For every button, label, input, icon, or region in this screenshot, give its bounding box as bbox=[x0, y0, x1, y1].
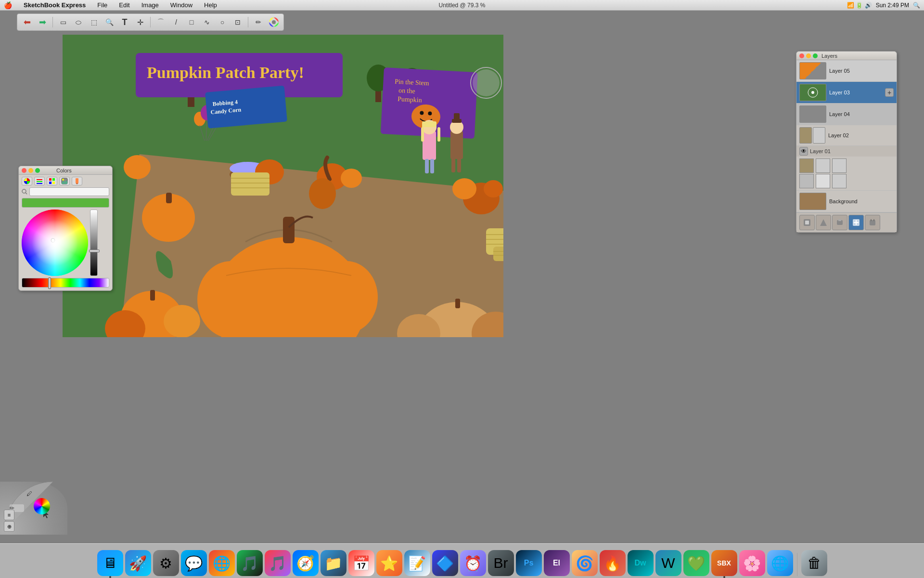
select-lasso-button[interactable]: ⬭ bbox=[72, 15, 85, 29]
wave-tool-button[interactable]: ∿ bbox=[200, 15, 214, 29]
redo-button[interactable]: ➡ bbox=[36, 15, 49, 29]
drawing-canvas[interactable]: Pumpkin Patch Party! Bobbing 4 Candy Cor… bbox=[63, 35, 503, 337]
layer-tool-1[interactable] bbox=[799, 215, 815, 230]
canvas-wrapper[interactable]: Pumpkin Patch Party! Bobbing 4 Candy Cor… bbox=[63, 35, 503, 337]
colors-minimize-button[interactable] bbox=[28, 168, 33, 173]
dock-icon-sketchbook[interactable]: SBX bbox=[711, 550, 737, 576]
select-rect-button[interactable]: ▭ bbox=[56, 15, 70, 29]
layers-minimize-button[interactable] bbox=[806, 53, 811, 58]
layer-tool-2[interactable] bbox=[816, 215, 831, 230]
radial-tool-1[interactable]: ≡ bbox=[4, 510, 14, 520]
layer-item-05[interactable]: Layer 05 bbox=[796, 60, 897, 82]
dock-icon-photoshop[interactable]: Ps bbox=[516, 550, 542, 576]
layer-background[interactable]: Background bbox=[796, 191, 897, 212]
dock-icon-safari[interactable]: 🧭 bbox=[293, 550, 319, 576]
radial-color-wheel[interactable] bbox=[34, 498, 50, 514]
layer-visibility-toggle[interactable]: 👁 bbox=[799, 147, 808, 156]
edit-menu-item[interactable]: Edit bbox=[117, 1, 131, 9]
system-icons: 📶 🔋 🔊 bbox=[847, 2, 872, 9]
brush-preset-5[interactable] bbox=[816, 174, 830, 188]
stamp-tool-button[interactable]: ⊡ bbox=[231, 15, 244, 29]
dock-icon-timemachine[interactable]: ⏰ bbox=[460, 550, 486, 576]
brush-preset-1[interactable] bbox=[799, 158, 814, 173]
color-hex-display[interactable] bbox=[22, 198, 109, 208]
layer-tool-3[interactable] bbox=[832, 215, 847, 230]
file-menu-item[interactable]: File bbox=[95, 1, 109, 9]
spectrum-handle[interactable] bbox=[48, 277, 51, 289]
dock-icon-launchpad[interactable]: 🚀 bbox=[125, 550, 151, 576]
svg-point-103 bbox=[51, 238, 55, 242]
dock-icon-dw[interactable]: Dw bbox=[628, 550, 654, 576]
layer-item-04[interactable]: Layer 04 bbox=[796, 104, 897, 125]
brush-preset-3[interactable] bbox=[832, 158, 847, 173]
color-wheel[interactable] bbox=[22, 210, 88, 276]
undo-button[interactable]: ⬅ bbox=[20, 15, 34, 29]
color-crayons-tab[interactable] bbox=[72, 177, 82, 185]
apple-menu[interactable]: 🍎 bbox=[4, 1, 12, 9]
dock-icon-chrome[interactable]: 🌐 bbox=[209, 550, 235, 576]
dock-icon-unknown5[interactable]: 🌸 bbox=[739, 550, 765, 576]
dock-icon-trash[interactable]: 🗑 bbox=[801, 550, 827, 576]
radial-pen[interactable]: 🖊 bbox=[26, 490, 32, 497]
pen-tool-button[interactable]: ⌒ bbox=[154, 15, 167, 29]
brush-preset-2[interactable] bbox=[816, 158, 830, 173]
dock-icon-photoshopel[interactable]: El bbox=[544, 550, 570, 576]
colors-zoom-button[interactable] bbox=[35, 168, 40, 173]
radial-menu[interactable]: ✏ 🖊 ≡ ⊕ bbox=[0, 477, 72, 535]
window-menu-item[interactable]: Window bbox=[168, 1, 194, 9]
brush-tool-button[interactable]: ✏ bbox=[252, 15, 265, 29]
dock-icon-unknown4[interactable]: 💚 bbox=[683, 550, 709, 576]
rect-tool-button[interactable]: □ bbox=[185, 15, 198, 29]
color-sliders-tab[interactable] bbox=[34, 177, 45, 185]
layers-close-button[interactable] bbox=[799, 53, 804, 58]
dock-icon-spotify[interactable]: 🎵 bbox=[237, 550, 263, 576]
layer-item-01[interactable] bbox=[796, 157, 897, 191]
layer-item-03[interactable]: Layer 03 + bbox=[796, 82, 897, 104]
color-wheel-button[interactable] bbox=[267, 15, 281, 29]
help-menu-item[interactable]: Help bbox=[202, 1, 219, 9]
text-button[interactable]: T bbox=[118, 15, 131, 29]
radial-tool-2[interactable]: ⊕ bbox=[4, 521, 14, 532]
brightness-slider[interactable] bbox=[90, 210, 98, 276]
dock-icon-skype[interactable]: 💬 bbox=[181, 550, 207, 576]
move-button[interactable]: ✛ bbox=[133, 15, 147, 29]
layer-tool-4[interactable] bbox=[865, 215, 880, 230]
dock-icon-network[interactable]: 🌐 bbox=[767, 550, 793, 576]
brightness-handle[interactable] bbox=[89, 250, 100, 252]
dock-icon-finder2[interactable]: 📁 bbox=[321, 550, 346, 576]
layer-item-02[interactable]: Layer 02 bbox=[796, 125, 897, 146]
color-palette-tab[interactable] bbox=[47, 177, 57, 185]
color-wheel-area[interactable] bbox=[22, 210, 109, 276]
image-menu-item[interactable]: Image bbox=[140, 1, 161, 9]
app-menu-item[interactable]: SketchBook Express bbox=[22, 1, 88, 9]
layer-visibility-row[interactable]: 👁 Layer 01 bbox=[796, 146, 897, 157]
dock-icon-finder[interactable]: 🖥 bbox=[97, 550, 123, 576]
zoom-button[interactable]: 🔍 bbox=[103, 15, 116, 29]
transform-button[interactable]: ⬚ bbox=[87, 15, 101, 29]
dock-icon-unknown[interactable]: 🔷 bbox=[432, 550, 458, 576]
dock-icon-word[interactable]: 📝 bbox=[404, 550, 430, 576]
line-tool-button[interactable]: / bbox=[169, 15, 183, 29]
dock-icon-star[interactable]: ⭐ bbox=[376, 550, 402, 576]
color-wheel-tab[interactable] bbox=[22, 177, 32, 185]
dock-icon-sysprefs[interactable]: ⚙ bbox=[153, 550, 179, 576]
color-search-bar[interactable] bbox=[22, 187, 109, 196]
dock-icon-calendar[interactable]: 📅 bbox=[348, 550, 374, 576]
circle-tool-button[interactable]: ○ bbox=[216, 15, 229, 29]
brush-preset-6[interactable] bbox=[832, 174, 847, 188]
svg-point-100 bbox=[22, 189, 26, 193]
dock-icon-unknown3[interactable]: 🔥 bbox=[600, 550, 626, 576]
layer-tool-active[interactable] bbox=[848, 215, 864, 230]
dock-icon-itunes[interactable]: 🎵 bbox=[265, 550, 291, 576]
brush-preset-4[interactable] bbox=[799, 174, 814, 188]
layers-zoom-button[interactable] bbox=[813, 53, 818, 58]
dock-icon-word2[interactable]: W bbox=[655, 550, 681, 576]
dock-icon-unknown2[interactable]: 🌀 bbox=[572, 550, 598, 576]
colors-close-button[interactable] bbox=[22, 168, 26, 173]
color-spectrum-bar[interactable] bbox=[22, 278, 109, 288]
add-layer-button[interactable]: + bbox=[885, 88, 894, 97]
color-image-tab[interactable] bbox=[59, 177, 70, 185]
dock-icon-bridge[interactable]: Br bbox=[488, 550, 514, 576]
color-search-input[interactable] bbox=[29, 187, 109, 196]
search-icon[interactable]: 🔍 bbox=[913, 2, 920, 9]
